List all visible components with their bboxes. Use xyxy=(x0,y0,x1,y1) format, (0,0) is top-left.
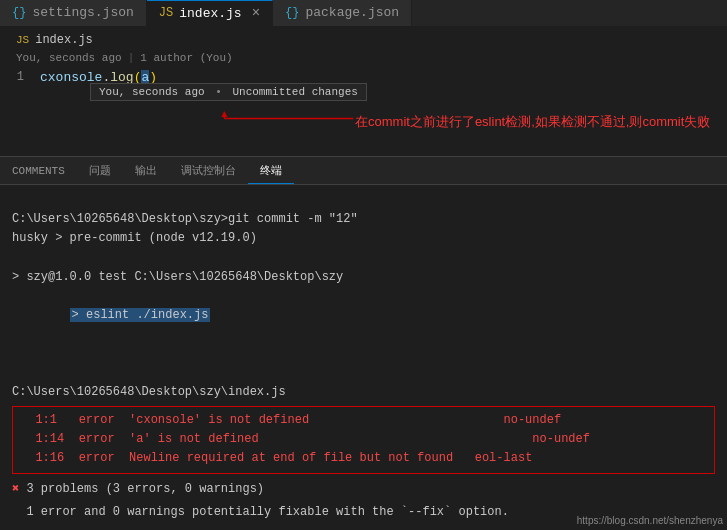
panel-tabs: COMMENTS 问题 输出 调试控制台 终端 xyxy=(0,157,727,185)
editor-time: You, seconds ago xyxy=(16,52,122,64)
err1-type: error xyxy=(79,413,115,427)
editor-info-bar: You, seconds ago | 1 author (You) xyxy=(0,51,727,68)
hover-tooltip: You, seconds ago • Uncommitted changes xyxy=(90,83,367,101)
err2-type: error xyxy=(79,432,115,446)
annotation-text: 在commit之前进行了eslint检测,如果检测不通过,则commit失败 xyxy=(355,114,710,129)
editor-area: JS index.js You, seconds ago | 1 author … xyxy=(0,27,727,112)
terminal-content: C:\Users\10265648\Desktop\szy>git commit… xyxy=(0,185,727,530)
err2-loc: 1:14 xyxy=(35,432,64,446)
terminal-line-blank2 xyxy=(12,249,715,268)
editor-filename-bar: JS index.js xyxy=(0,31,727,51)
annotation-text-container: 在commit之前进行了eslint检测,如果检测不通过,则commit失败 xyxy=(355,113,710,131)
panel-tab-terminal-label: 终端 xyxy=(260,163,282,178)
panel-tab-comments[interactable]: COMMENTS xyxy=(0,157,77,184)
editor-author: 1 author (You) xyxy=(140,52,232,64)
terminal-summary1: ✖ 3 problems (3 errors, 0 warnings) xyxy=(12,478,715,501)
tab-package[interactable]: {} package.json xyxy=(273,0,412,26)
svg-marker-2 xyxy=(221,111,227,117)
editor-filename-label: index.js xyxy=(35,33,93,47)
err3-type: error xyxy=(79,451,115,465)
err3-loc: 1:16 xyxy=(35,451,64,465)
terminal-line-husky: husky > pre-commit (node v12.19.0) xyxy=(12,229,715,248)
panel-tab-problems[interactable]: 问题 xyxy=(77,157,123,184)
terminal-line-blank3 xyxy=(12,345,715,364)
index-js-icon: JS xyxy=(159,6,173,20)
error-box: 1:1 error 'cxonsole' is not defined no-u… xyxy=(12,406,715,474)
summary1-text: 3 problems (3 errors, 0 warnings) xyxy=(19,482,264,496)
error-line-3: 1:16 error Newline required at end of fi… xyxy=(21,449,706,468)
err3-msg: Newline required at end of file but not … xyxy=(129,451,460,465)
package-json-icon: {} xyxy=(285,6,299,20)
terminal-filepath: C:\Users\10265648\Desktop\szy\index.js xyxy=(12,383,715,402)
panel-tab-output-label: 输出 xyxy=(135,163,157,178)
tab-index-label: index.js xyxy=(179,6,241,21)
tab-package-label: package.json xyxy=(305,5,399,20)
panel-tab-debug[interactable]: 调试控制台 xyxy=(169,157,248,184)
panel-area: COMMENTS 问题 输出 调试控制台 终端 C:\Users\1026564… xyxy=(0,156,727,530)
hover-time: You, seconds ago xyxy=(99,86,205,98)
error-line-2: 1:14 error 'a' is not defined no-undef xyxy=(21,430,706,449)
err1-loc: 1:1 xyxy=(35,413,57,427)
panel-tab-output[interactable]: 输出 xyxy=(123,157,169,184)
editor-file-icon: JS xyxy=(16,34,29,46)
tab-settings-label: settings.json xyxy=(32,5,133,20)
terminal-line-eslint: > eslint ./index.js xyxy=(12,287,715,345)
app-window: {} settings.json JS index.js × {} packag… xyxy=(0,0,727,530)
tab-index[interactable]: JS index.js × xyxy=(147,0,273,26)
err2-code: no-undef xyxy=(532,432,590,446)
terminal-line-git: C:\Users\10265648\Desktop\szy>git commit… xyxy=(12,210,715,229)
panel-tab-debug-label: 调试控制台 xyxy=(181,163,236,178)
watermark: https://blog.csdn.net/shenzhenya xyxy=(577,515,723,526)
panel-tab-comments-label: COMMENTS xyxy=(12,165,65,177)
annotation-row: 在commit之前进行了eslint检测,如果检测不通过,则commit失败 xyxy=(0,111,727,156)
hover-dot: • xyxy=(215,86,222,98)
tab-close-icon[interactable]: × xyxy=(252,6,260,20)
settings-json-icon: {} xyxy=(12,6,26,20)
terminal-line-szy: > szy@1.0.0 test C:\Users\10265648\Deskt… xyxy=(12,268,715,287)
tab-settings[interactable]: {} settings.json xyxy=(0,0,147,26)
tab-bar: {} settings.json JS index.js × {} packag… xyxy=(0,0,727,27)
error-line-1: 1:1 error 'cxonsole' is not defined no-u… xyxy=(21,411,706,430)
editor-separator: | xyxy=(128,52,135,64)
eslint-command-highlight: > eslint ./index.js xyxy=(70,308,211,322)
hover-status: Uncommitted changes xyxy=(232,86,357,98)
err2-msg: 'a' is not defined xyxy=(129,432,518,446)
panel-tab-problems-label: 问题 xyxy=(89,163,111,178)
panel-tab-terminal[interactable]: 终端 xyxy=(248,157,294,184)
err1-msg: 'cxonsole' is not defined xyxy=(129,413,489,427)
line-number-1: 1 xyxy=(0,70,40,84)
err1-code: no-undef xyxy=(504,413,562,427)
terminal-line-blank1 xyxy=(12,191,715,210)
err3-code: eol-last xyxy=(475,451,533,465)
terminal-line-blank4 xyxy=(12,364,715,383)
